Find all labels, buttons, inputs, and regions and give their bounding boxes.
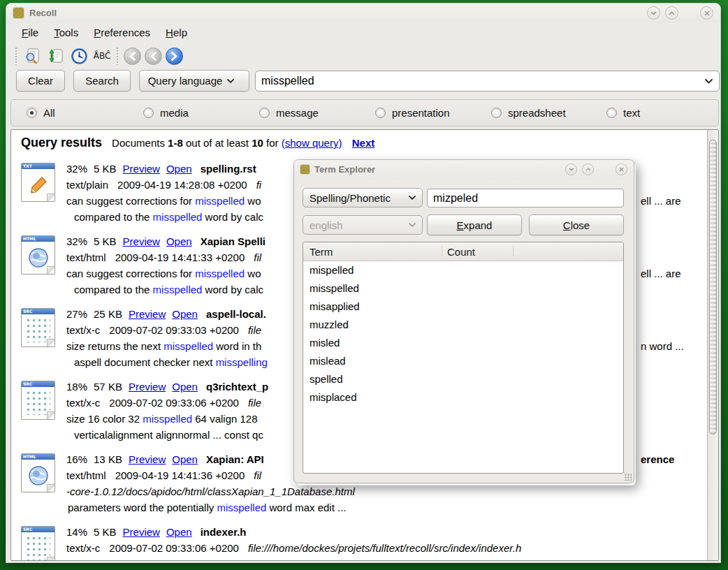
filter-all[interactable]: All: [27, 107, 55, 119]
radio-selected-icon[interactable]: [27, 108, 37, 118]
open-link[interactable]: Open: [166, 526, 192, 538]
arrow-left-icon: [149, 52, 158, 61]
chevron-up-icon: [669, 11, 675, 15]
toolbar-handle[interactable]: [15, 47, 18, 65]
minimize-button[interactable]: [647, 6, 660, 20]
preview-link[interactable]: Preview: [129, 453, 166, 465]
chevron-down-icon[interactable]: [705, 79, 713, 84]
preview-link[interactable]: Preview: [123, 235, 160, 247]
column-header-term[interactable]: Term: [310, 242, 333, 261]
term-row[interactable]: misapplied: [303, 298, 623, 316]
dialog-maximize-button[interactable]: [582, 163, 594, 175]
search-button[interactable]: Search: [73, 70, 131, 92]
search-input[interactable]: [256, 75, 705, 87]
snippet-fragment: ell ... are: [641, 193, 681, 209]
page-fold: [47, 411, 55, 420]
menu-preferences[interactable]: Preferences: [87, 24, 156, 41]
dialog-minimize-button[interactable]: [565, 163, 577, 175]
page-fold: [47, 266, 55, 275]
term-explorer-dialog: Term Explorer Spelling/Phonetic english: [293, 159, 634, 483]
page-title: Query results: [21, 136, 102, 149]
document-sort-icon: [47, 47, 65, 65]
open-link[interactable]: Open: [172, 453, 198, 465]
dialog-titlebar[interactable]: Term Explorer: [294, 160, 634, 179]
term-row[interactable]: misled: [303, 334, 623, 352]
result-title: Xapian Spelli: [201, 235, 265, 247]
radio-icon[interactable]: [259, 108, 270, 118]
preview-link[interactable]: Preview: [129, 381, 166, 393]
first-page-button[interactable]: [124, 48, 141, 65]
toolbar-handle-2[interactable]: [116, 47, 119, 65]
term-row[interactable]: muzzled: [303, 316, 623, 334]
search-entry-combobox[interactable]: [255, 71, 720, 92]
dialog-title: Term Explorer: [314, 164, 375, 175]
radio-icon[interactable]: [143, 108, 154, 118]
match-highlight: misspelling: [216, 356, 268, 368]
source-file-icon: SRC: [21, 381, 55, 420]
next-page-button[interactable]: [166, 48, 183, 65]
filter-presentation[interactable]: presentation: [375, 107, 450, 119]
term-row[interactable]: misspelled: [303, 279, 623, 298]
scrollbar-thumb[interactable]: [709, 140, 717, 434]
previous-page-button[interactable]: [145, 48, 162, 65]
close-icon: [704, 10, 710, 16]
document-history-button[interactable]: [68, 45, 89, 66]
filter-spreadsheet[interactable]: spreadsheet: [491, 107, 566, 119]
expansion-mode-dropdown[interactable]: Spelling/Phonetic: [303, 188, 423, 207]
menu-tools[interactable]: Tools: [48, 24, 85, 41]
term-row[interactable]: mispelled: [303, 261, 623, 279]
menu-help[interactable]: Help: [159, 24, 194, 41]
source-file-icon: SRC: [21, 526, 55, 560]
match-highlight: misspelled: [217, 502, 266, 513]
preview-link[interactable]: Preview: [129, 308, 166, 320]
next-page-link[interactable]: Next: [352, 137, 375, 149]
expand-button[interactable]: Expand: [427, 214, 522, 235]
radio-icon[interactable]: [375, 108, 386, 118]
results-scrollbar[interactable]: [707, 130, 718, 560]
match-highlight: misspelled: [195, 195, 245, 207]
titlebar[interactable]: Recoll: [6, 3, 720, 22]
radio-icon[interactable]: [606, 108, 617, 118]
preview-link[interactable]: Preview: [123, 163, 160, 175]
clear-button[interactable]: Clear: [16, 70, 65, 92]
term-input-field[interactable]: [427, 189, 624, 207]
filter-media[interactable]: media: [143, 107, 189, 119]
page-fold: [47, 557, 55, 560]
term-input[interactable]: [428, 189, 623, 207]
open-link[interactable]: Open: [172, 308, 198, 320]
resize-grip[interactable]: [625, 474, 632, 481]
dialog-close-action-button[interactable]: Close: [529, 214, 624, 235]
close-button[interactable]: [700, 6, 713, 20]
maximize-button[interactable]: [665, 6, 678, 20]
filter-text[interactable]: text: [606, 107, 640, 119]
term-row[interactable]: mislead: [303, 352, 623, 370]
column-divider[interactable]: [442, 247, 442, 256]
table-header: Term Count: [303, 242, 623, 261]
term-results-table: Term Count mispelled misspelled misappli…: [303, 242, 624, 474]
filter-message[interactable]: message: [259, 107, 319, 119]
dialog-close-button[interactable]: [616, 163, 627, 175]
preview-link[interactable]: Preview: [123, 526, 160, 538]
result-title: Xapian: API: [206, 453, 264, 465]
term-row[interactable]: misplaced: [303, 388, 623, 407]
open-link[interactable]: Open: [166, 163, 192, 175]
radio-icon[interactable]: [491, 108, 502, 118]
column-header-count[interactable]: Count: [447, 242, 475, 261]
language-dropdown[interactable]: english: [303, 215, 423, 235]
sort-parameters-button[interactable]: [45, 45, 66, 66]
term-explorer-button[interactable]: ÅBĈ: [92, 45, 112, 66]
show-query-link[interactable]: (show query): [282, 137, 342, 149]
term-row[interactable]: spelled: [303, 370, 623, 388]
category-filter-bar: All media message presentation spreadshe…: [10, 99, 719, 126]
page-fold: [47, 484, 55, 492]
recoll-app-icon: [300, 165, 310, 174]
snippet-fragment: n word ...: [641, 338, 684, 354]
open-link[interactable]: Open: [172, 381, 198, 393]
result-url-line: -core-1.0.12/docs/apidoc/html/classXapia…: [66, 485, 355, 497]
advanced-search-button[interactable]: [22, 45, 43, 66]
column-divider[interactable]: [513, 247, 514, 256]
chevron-down-icon: [227, 79, 234, 83]
menu-file[interactable]: File: [15, 24, 45, 41]
query-language-dropdown[interactable]: Query language: [139, 70, 249, 92]
open-link[interactable]: Open: [166, 235, 192, 247]
